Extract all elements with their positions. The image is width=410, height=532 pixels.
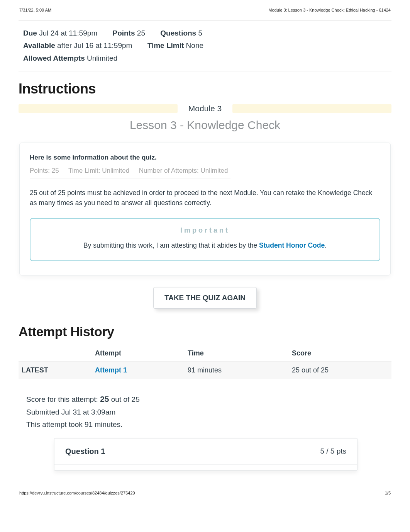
- allowed-attempts-label: Allowed Attempts: [23, 54, 85, 62]
- attempt-time: 91 minutes: [185, 362, 289, 379]
- questions-label: Questions: [160, 29, 196, 37]
- quiz-info-meta: Points: 25 Time Limit: Unlimited Number …: [30, 167, 380, 175]
- quiz-meta: Due Jul 24 at 11:59pm Points 25 Question…: [19, 25, 391, 71]
- info-points: Points: 25: [30, 167, 59, 174]
- important-callout: Important By submitting this work, I am …: [30, 218, 380, 261]
- question-card: Question 1 5 / 5 pts: [54, 438, 357, 471]
- quiz-info-lead: Here is some information about the quiz.: [30, 154, 380, 161]
- info-timelimit: Time Limit: Unlimited: [68, 167, 129, 174]
- divider: [19, 20, 391, 21]
- col-header-attempt: Attempt: [92, 345, 185, 362]
- banner-decoration-right: [232, 104, 391, 113]
- important-text-suffix: .: [325, 241, 327, 249]
- print-doc-title: Module 3: Lesson 3 - Knowledge Check: Et…: [268, 8, 391, 12]
- print-page-indicator: 1/5: [385, 491, 391, 495]
- attempt-history-heading: Attempt History: [19, 324, 391, 339]
- question-points: 5 / 5 pts: [320, 447, 346, 456]
- score-duration: This attempt took 91 minutes.: [26, 418, 391, 431]
- table-row: LATEST Attempt 1 91 minutes 25 out of 25: [19, 362, 391, 379]
- attempt-score: 25 out of 25: [289, 362, 391, 379]
- score-line1-value: 25: [100, 394, 109, 403]
- attempt-link[interactable]: Attempt 1: [95, 366, 127, 374]
- quiz-info-card: Here is some information about the quiz.…: [19, 143, 391, 276]
- timelimit-value: None: [186, 41, 203, 49]
- quiz-info-body: 25 out of 25 points must be achieved in …: [30, 188, 380, 208]
- honor-code-link[interactable]: Student Honor Code: [259, 241, 325, 249]
- print-timestamp: 7/31/22, 5:09 AM: [19, 8, 51, 12]
- banner-decoration-left: [19, 104, 178, 113]
- attempt-status-latest: LATEST: [19, 362, 92, 379]
- lesson-title: Lesson 3 - Knowledge Check: [19, 119, 391, 132]
- module-title: Module 3: [181, 104, 229, 113]
- score-summary: Score for this attempt: 25 out of 25 Sub…: [26, 392, 391, 431]
- score-line1-prefix: Score for this attempt:: [26, 395, 100, 403]
- allowed-attempts-value: Unlimited: [87, 54, 117, 62]
- available-value: after Jul 16 at 11:59pm: [57, 41, 132, 49]
- print-url: https://devryu.instructure.com/courses/8…: [19, 491, 135, 495]
- important-text-prefix: By submitting this work, I am attesting …: [83, 241, 259, 249]
- divider: [30, 178, 230, 178]
- points-label: Points: [113, 29, 135, 37]
- question-title: Question 1: [65, 447, 105, 456]
- important-title: Important: [41, 226, 369, 235]
- due-label: Due: [23, 29, 37, 37]
- points-value: 25: [137, 29, 145, 37]
- attempt-history-table: Attempt Time Score LATEST Attempt 1 91 m…: [19, 345, 391, 379]
- take-quiz-again-button[interactable]: TAKE THE QUIZ AGAIN: [153, 287, 257, 309]
- divider: [19, 71, 391, 71]
- due-value: Jul 24 at 11:59pm: [39, 29, 97, 37]
- col-header-time: Time: [185, 345, 289, 362]
- instructions-heading: Instructions: [19, 81, 391, 97]
- info-attempts: Number of Attempts: Unlimited: [139, 167, 228, 174]
- col-header-score: Score: [289, 345, 391, 362]
- score-line1-suffix: out of 25: [109, 395, 140, 403]
- available-label: Available: [23, 41, 55, 49]
- timelimit-label: Time Limit: [147, 41, 184, 49]
- questions-value: 5: [198, 29, 202, 37]
- score-submitted: Submitted Jul 31 at 3:09am: [26, 406, 391, 418]
